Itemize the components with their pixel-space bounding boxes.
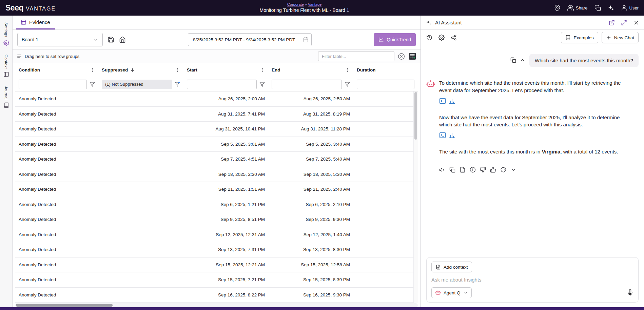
table-row[interactable]: Anomaly Detected Sep 5, 2025, 3:01 AM Se… <box>15 137 418 152</box>
table-row[interactable]: Anomaly Detected Sep 15, 2025, 12:21 AM … <box>15 257 418 273</box>
calendar-button[interactable] <box>300 34 311 46</box>
gear-icon <box>3 40 9 46</box>
file-text-icon[interactable] <box>460 167 466 173</box>
table-row[interactable]: Anomaly Detected Aug 31, 2025, 7:41 PM A… <box>15 107 418 122</box>
start-header-label: Start <box>187 67 197 73</box>
quicktrend-button[interactable]: QuickTrend <box>374 33 416 46</box>
horizontal-scrollbar[interactable] <box>15 303 418 307</box>
thumbs-down-icon[interactable] <box>480 167 486 173</box>
sort-descending-icon[interactable] <box>130 67 135 73</box>
kebab-menu-icon[interactable] <box>175 67 180 73</box>
share-button[interactable]: Share <box>567 5 588 11</box>
cell-start: Sep 12, 2025, 12:31 AM <box>183 232 268 237</box>
export-excel-button[interactable] <box>408 52 416 60</box>
filter-table-input[interactable] <box>318 51 394 61</box>
chat-input[interactable]: Ask me about Insights <box>431 277 633 283</box>
user-menu[interactable]: User <box>621 5 639 11</box>
thumbs-up-icon[interactable] <box>490 167 496 173</box>
terminal-icon[interactable] <box>439 98 446 104</box>
table-row[interactable]: Anomaly Detected Sep 21, 2025, 1:51 AM S… <box>15 182 418 197</box>
table-row[interactable]: Anomaly Detected Sep 13, 2025, 7:31 PM S… <box>15 242 418 257</box>
bar-chart-icon[interactable] <box>449 98 455 104</box>
end-filter-input[interactable] <box>272 80 342 89</box>
evidence-toolbar: Board 1 8/25/2025 3:52 PM PDT - 9/24/202… <box>13 30 421 49</box>
date-range-value[interactable]: 8/25/2025 3:52 PM PDT - 9/24/2025 3:52 P… <box>188 34 300 46</box>
funnel-active-icon[interactable] <box>175 82 180 87</box>
table-row[interactable]: Anomaly Detected Sep 15, 2025, 7:21 PM S… <box>15 272 418 288</box>
vertical-scrollbar-thumb[interactable] <box>414 92 417 140</box>
start-filter-input[interactable] <box>187 80 257 89</box>
suppressed-filter-value[interactable]: (1) Not Suppressed <box>102 80 172 89</box>
info-icon[interactable] <box>470 167 476 173</box>
column-header-start[interactable]: Start <box>183 63 268 77</box>
column-header-condition[interactable]: Condition <box>15 63 98 77</box>
gear-icon[interactable] <box>438 35 445 41</box>
kebab-menu-icon[interactable] <box>90 67 95 73</box>
horizontal-scrollbar-thumb[interactable] <box>16 304 113 307</box>
board-select[interactable]: Board 1 <box>17 33 103 46</box>
chevron-down-icon[interactable] <box>510 167 516 173</box>
close-icon[interactable] <box>633 20 639 26</box>
clear-filter-button[interactable] <box>398 53 405 60</box>
kebab-menu-icon[interactable] <box>260 67 265 73</box>
location-pin-icon[interactable] <box>554 5 561 11</box>
add-context-button[interactable]: Add context <box>431 262 472 272</box>
table-row[interactable]: Anomaly Detected Sep 9, 2025, 8:51 PM Se… <box>15 212 418 227</box>
column-header-duration[interactable]: Duration <box>353 63 418 77</box>
assistant-header: AI Assistant <box>421 16 644 30</box>
composer-bottom-row: Agent Q <box>431 287 633 298</box>
regenerate-icon[interactable] <box>500 167 506 173</box>
cell-end: Sep 5, 2025, 3:40 AM <box>268 142 353 147</box>
table-row[interactable]: Anomaly Detected Sep 7, 2025, 4:51 AM Se… <box>15 152 418 167</box>
new-chat-button[interactable]: New Chat <box>602 32 639 43</box>
microphone-button[interactable] <box>627 289 633 296</box>
funnel-icon[interactable] <box>345 82 350 87</box>
copy-icon[interactable] <box>510 57 516 63</box>
sidebar-item-settings[interactable]: Settings <box>3 22 9 46</box>
kebab-menu-icon[interactable] <box>345 67 350 73</box>
windows-icon[interactable] <box>594 5 601 11</box>
tab-evidence[interactable]: Evidence <box>16 16 55 29</box>
funnel-icon[interactable] <box>90 82 95 87</box>
table-row[interactable]: Anomaly Detected Aug 26, 2025, 2:00 AM A… <box>15 91 418 107</box>
cell-start: Sep 9, 2025, 8:51 PM <box>183 217 268 222</box>
table-row[interactable]: Anomaly Detected Aug 31, 2025, 10:41 PM … <box>15 122 418 137</box>
table-row[interactable]: Anomaly Detected Sep 16, 2025, 8:22 PM S… <box>15 288 418 303</box>
sidebar-item-journal[interactable]: Journal <box>3 86 9 108</box>
ai-sparkle-icon[interactable] <box>608 5 614 11</box>
funnel-icon[interactable] <box>259 82 265 87</box>
expand-icon[interactable] <box>621 20 627 26</box>
examples-button[interactable]: Examples <box>561 32 598 43</box>
bar-chart-icon[interactable] <box>449 132 455 139</box>
home-button[interactable] <box>119 36 126 43</box>
home-icon <box>119 36 126 43</box>
sidebar-item-context[interactable]: Context <box>3 55 9 77</box>
save-button[interactable] <box>108 36 114 43</box>
row-group-drop-zone[interactable]: Drag here to set row groups <box>17 54 79 59</box>
breadcrumb-corporate-link[interactable]: Corporate <box>287 2 304 6</box>
column-header-suppressed[interactable]: Suppressed <box>98 63 183 77</box>
column-header-end[interactable]: End <box>268 63 353 77</box>
tool-call-row <box>439 98 631 104</box>
cell-condition: Anomaly Detected <box>15 217 98 222</box>
copy-icon[interactable] <box>449 167 455 173</box>
condition-filter-input[interactable] <box>19 80 87 89</box>
cell-condition: Anomaly Detected <box>15 111 98 117</box>
breadcrumb-vantage-link[interactable]: Vantage <box>308 2 321 6</box>
speaker-icon[interactable] <box>439 167 445 173</box>
table-body: Anomaly Detected Aug 26, 2025, 2:00 AM A… <box>15 91 418 303</box>
open-in-new-icon[interactable] <box>609 20 615 26</box>
share-nodes-icon[interactable] <box>451 35 457 41</box>
history-icon[interactable] <box>426 35 432 41</box>
table-row[interactable]: Anomaly Detected Sep 6, 2025, 1:21 PM Se… <box>15 197 418 212</box>
cell-end: Aug 31, 2025, 8:19 PM <box>268 111 353 117</box>
duration-filter-input[interactable] <box>357 80 414 89</box>
cell-condition: Anomaly Detected <box>15 142 98 147</box>
table-row[interactable]: Anomaly Detected Sep 18, 2025, 2:30 AM S… <box>15 167 418 182</box>
column-filter-row: (1) Not Suppressed <box>15 77 418 91</box>
terminal-icon[interactable] <box>439 132 446 139</box>
chevron-up-icon[interactable] <box>520 57 525 63</box>
vertical-scrollbar[interactable] <box>413 91 418 303</box>
table-row[interactable]: Anomaly Detected Sep 12, 2025, 12:31 AM … <box>15 227 418 243</box>
agent-select[interactable]: Agent Q <box>431 287 472 298</box>
